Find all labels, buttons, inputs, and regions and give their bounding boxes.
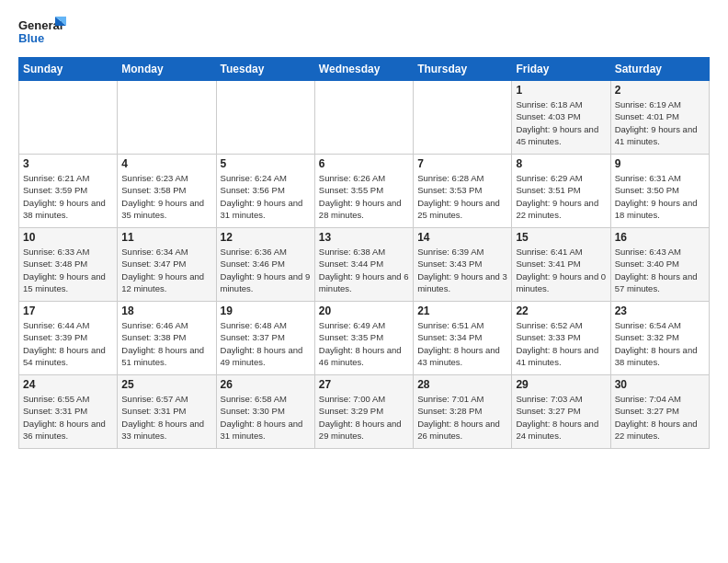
day-number: 20 [319, 304, 409, 317]
day-info: Sunrise: 6:55 AMSunset: 3:31 PMDaylight:… [23, 393, 113, 442]
day-cell: 5Sunrise: 6:24 AMSunset: 3:56 PMDaylight… [216, 155, 314, 228]
day-info: Sunrise: 6:33 AMSunset: 3:48 PMDaylight:… [23, 246, 113, 294]
day-number: 21 [417, 304, 507, 317]
day-info: Sunrise: 7:04 AMSunset: 3:27 PMDaylight:… [615, 393, 705, 442]
day-cell: 6Sunrise: 6:26 AMSunset: 3:55 PMDaylight… [314, 155, 413, 228]
day-cell: 18Sunrise: 6:46 AMSunset: 3:38 PMDayligh… [118, 302, 216, 375]
week-row-5: 24Sunrise: 6:55 AMSunset: 3:31 PMDayligh… [19, 375, 710, 449]
day-cell: 4Sunrise: 6:23 AMSunset: 3:58 PMDaylight… [118, 155, 216, 228]
day-cell: 29Sunrise: 7:03 AMSunset: 3:27 PMDayligh… [512, 375, 610, 449]
day-info: Sunrise: 6:52 AMSunset: 3:33 PMDaylight:… [516, 319, 606, 368]
day-number: 13 [319, 231, 409, 244]
day-cell: 10Sunrise: 6:33 AMSunset: 3:48 PMDayligh… [19, 228, 118, 302]
day-number: 7 [417, 157, 507, 170]
day-cell: 7Sunrise: 6:28 AMSunset: 3:53 PMDaylight… [414, 155, 512, 228]
header-day-monday: Monday [118, 58, 216, 81]
day-cell: 17Sunrise: 6:44 AMSunset: 3:39 PMDayligh… [19, 302, 118, 375]
day-info: Sunrise: 6:29 AMSunset: 3:51 PMDaylight:… [516, 172, 606, 221]
day-cell [414, 81, 512, 155]
header-day-thursday: Thursday [414, 58, 512, 81]
day-info: Sunrise: 6:34 AMSunset: 3:47 PMDaylight:… [121, 246, 211, 294]
day-number: 27 [319, 378, 409, 391]
day-cell [19, 81, 118, 155]
day-info: Sunrise: 6:26 AMSunset: 3:55 PMDaylight:… [319, 172, 409, 221]
day-info: Sunrise: 6:57 AMSunset: 3:31 PMDaylight:… [121, 393, 211, 442]
day-info: Sunrise: 6:51 AMSunset: 3:34 PMDaylight:… [417, 319, 507, 368]
day-number: 3 [23, 157, 113, 170]
day-number: 5 [221, 157, 311, 170]
day-info: Sunrise: 6:46 AMSunset: 3:38 PMDaylight:… [121, 319, 211, 368]
day-cell: 14Sunrise: 6:39 AMSunset: 3:43 PMDayligh… [414, 228, 512, 302]
day-number: 6 [319, 157, 409, 170]
day-number: 9 [615, 157, 705, 170]
day-number: 24 [23, 378, 113, 391]
day-cell: 3Sunrise: 6:21 AMSunset: 3:59 PMDaylight… [19, 155, 118, 228]
day-info: Sunrise: 7:03 AMSunset: 3:27 PMDaylight:… [516, 393, 606, 442]
page: GeneralBlue SundayMondayTuesdayWednesday… [0, 0, 728, 563]
header-day-friday: Friday [512, 58, 610, 81]
day-cell: 22Sunrise: 6:52 AMSunset: 3:33 PMDayligh… [512, 302, 610, 375]
day-cell: 16Sunrise: 6:43 AMSunset: 3:40 PMDayligh… [610, 228, 709, 302]
day-info: Sunrise: 6:21 AMSunset: 3:59 PMDaylight:… [23, 172, 113, 221]
day-number: 8 [516, 157, 606, 170]
day-info: Sunrise: 6:41 AMSunset: 3:41 PMDaylight:… [516, 246, 606, 294]
day-info: Sunrise: 7:01 AMSunset: 3:28 PMDaylight:… [417, 393, 507, 442]
day-cell: 1Sunrise: 6:18 AMSunset: 4:03 PMDaylight… [512, 81, 610, 155]
day-cell: 23Sunrise: 6:54 AMSunset: 3:32 PMDayligh… [610, 302, 709, 375]
day-cell: 20Sunrise: 6:49 AMSunset: 3:35 PMDayligh… [314, 302, 413, 375]
day-info: Sunrise: 6:58 AMSunset: 3:30 PMDaylight:… [221, 393, 311, 442]
day-number: 14 [417, 231, 507, 244]
calendar-table: SundayMondayTuesdayWednesdayThursdayFrid… [18, 57, 710, 449]
day-cell: 19Sunrise: 6:48 AMSunset: 3:37 PMDayligh… [216, 302, 314, 375]
day-number: 19 [221, 304, 311, 317]
week-row-4: 17Sunrise: 6:44 AMSunset: 3:39 PMDayligh… [19, 302, 710, 375]
day-number: 12 [221, 231, 311, 244]
day-number: 18 [121, 304, 211, 317]
day-info: Sunrise: 6:24 AMSunset: 3:56 PMDaylight:… [221, 172, 311, 221]
day-info: Sunrise: 6:39 AMSunset: 3:43 PMDaylight:… [417, 246, 507, 294]
day-info: Sunrise: 6:23 AMSunset: 3:58 PMDaylight:… [121, 172, 211, 221]
day-cell: 9Sunrise: 6:31 AMSunset: 3:50 PMDaylight… [610, 155, 709, 228]
day-cell: 21Sunrise: 6:51 AMSunset: 3:34 PMDayligh… [414, 302, 512, 375]
day-info: Sunrise: 6:36 AMSunset: 3:46 PMDaylight:… [221, 246, 311, 294]
day-cell [314, 81, 413, 155]
week-row-1: 1Sunrise: 6:18 AMSunset: 4:03 PMDaylight… [19, 81, 710, 155]
day-info: Sunrise: 6:43 AMSunset: 3:40 PMDaylight:… [615, 246, 705, 294]
day-cell [216, 81, 314, 155]
header: GeneralBlue [18, 15, 710, 48]
day-info: Sunrise: 7:00 AMSunset: 3:29 PMDaylight:… [319, 393, 409, 442]
day-number: 28 [417, 378, 507, 391]
header-day-tuesday: Tuesday [216, 58, 314, 81]
day-number: 15 [516, 231, 606, 244]
header-row: SundayMondayTuesdayWednesdayThursdayFrid… [19, 58, 710, 81]
day-cell: 26Sunrise: 6:58 AMSunset: 3:30 PMDayligh… [216, 375, 314, 449]
week-row-2: 3Sunrise: 6:21 AMSunset: 3:59 PMDaylight… [19, 155, 710, 228]
day-info: Sunrise: 6:18 AMSunset: 4:03 PMDaylight:… [516, 98, 606, 147]
svg-text:Blue: Blue [18, 31, 44, 45]
day-cell: 30Sunrise: 7:04 AMSunset: 3:27 PMDayligh… [610, 375, 709, 449]
day-info: Sunrise: 6:48 AMSunset: 3:37 PMDaylight:… [221, 319, 311, 368]
day-cell: 27Sunrise: 7:00 AMSunset: 3:29 PMDayligh… [314, 375, 413, 449]
day-info: Sunrise: 6:49 AMSunset: 3:35 PMDaylight:… [319, 319, 409, 368]
day-info: Sunrise: 6:31 AMSunset: 3:50 PMDaylight:… [615, 172, 705, 221]
week-row-3: 10Sunrise: 6:33 AMSunset: 3:48 PMDayligh… [19, 228, 710, 302]
day-number: 1 [516, 84, 606, 97]
day-number: 16 [615, 231, 705, 244]
day-cell: 11Sunrise: 6:34 AMSunset: 3:47 PMDayligh… [118, 228, 216, 302]
header-day-wednesday: Wednesday [314, 58, 413, 81]
day-number: 30 [615, 378, 705, 391]
day-cell: 8Sunrise: 6:29 AMSunset: 3:51 PMDaylight… [512, 155, 610, 228]
day-number: 26 [221, 378, 311, 391]
day-number: 2 [615, 84, 705, 97]
day-number: 10 [23, 231, 113, 244]
day-cell: 25Sunrise: 6:57 AMSunset: 3:31 PMDayligh… [118, 375, 216, 449]
day-cell: 13Sunrise: 6:38 AMSunset: 3:44 PMDayligh… [314, 228, 413, 302]
day-number: 29 [516, 378, 606, 391]
day-cell: 12Sunrise: 6:36 AMSunset: 3:46 PMDayligh… [216, 228, 314, 302]
day-cell: 15Sunrise: 6:41 AMSunset: 3:41 PMDayligh… [512, 228, 610, 302]
logo: GeneralBlue [18, 15, 70, 48]
day-cell [118, 81, 216, 155]
day-number: 23 [615, 304, 705, 317]
day-number: 11 [121, 231, 211, 244]
day-cell: 24Sunrise: 6:55 AMSunset: 3:31 PMDayligh… [19, 375, 118, 449]
